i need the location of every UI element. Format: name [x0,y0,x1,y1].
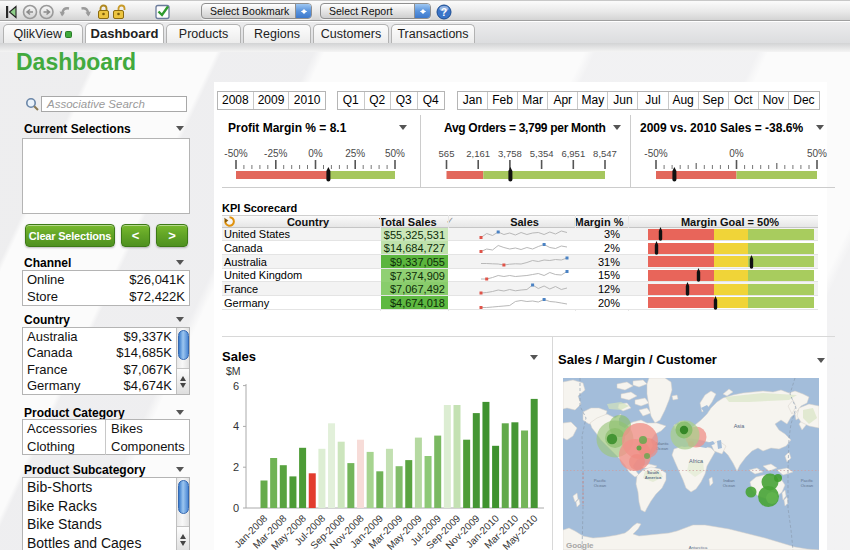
svg-text:Ocean: Ocean [594,483,607,488]
svg-text:-50%: -50% [644,148,667,159]
svg-text:Google: Google [566,541,594,550]
svg-text:0: 0 [233,502,239,514]
svg-text:0%: 0% [308,148,323,159]
svg-text:2: 2 [233,461,239,473]
svg-text:2,161: 2,161 [466,148,490,159]
svg-text:25%: 25% [345,148,365,159]
svg-text:6,951: 6,951 [561,148,585,159]
svg-text:Antarctica: Antarctica [689,545,708,550]
svg-text:Ocean: Ocean [801,483,814,488]
svg-text:50%: 50% [807,148,827,159]
svg-text:0%: 0% [729,148,744,159]
svg-text:America: America [645,475,662,480]
svg-text:-50%: -50% [224,148,247,159]
svg-text:Asia: Asia [734,423,746,429]
svg-text:-25%: -25% [264,148,287,159]
svg-text:8,547: 8,547 [593,148,617,159]
svg-text:4: 4 [233,420,239,432]
svg-text:Africa: Africa [689,458,704,464]
svg-text:Ocean: Ocean [723,483,736,488]
svg-text:50%: 50% [385,148,405,159]
svg-text:5,354: 5,354 [530,148,554,159]
svg-text:?: ? [441,6,447,18]
svg-text:565: 565 [439,148,455,159]
svg-text:6: 6 [233,380,239,392]
svg-text:3,758: 3,758 [498,148,522,159]
